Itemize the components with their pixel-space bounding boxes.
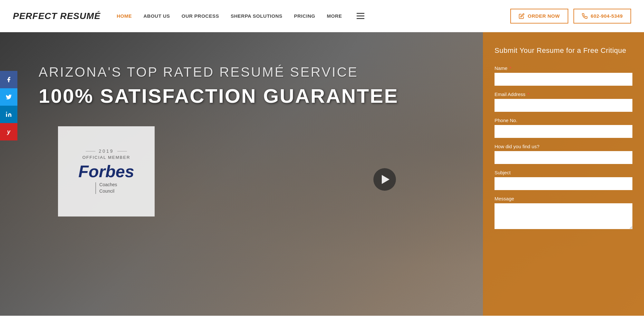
order-now-label: ORDER NOW xyxy=(528,13,560,19)
name-field-group: Name * xyxy=(495,65,632,86)
email-label: Email Address * xyxy=(495,91,632,97)
linkedin-button[interactable] xyxy=(0,106,17,123)
name-label: Name * xyxy=(495,65,632,71)
phone-icon xyxy=(582,13,588,19)
forbes-sub1: Coaches xyxy=(99,182,117,187)
forbes-subtitle: Coaches Council xyxy=(95,182,117,194)
forbes-name: Forbes xyxy=(78,163,134,180)
logo-text: PERFECT RESUMÉ xyxy=(13,11,101,21)
order-now-button[interactable]: ORDER NOW xyxy=(510,9,568,24)
nav-more[interactable]: MORE xyxy=(327,13,342,19)
message-label: Message xyxy=(495,196,632,201)
message-textarea[interactable] xyxy=(495,203,632,229)
facebook-button[interactable] xyxy=(0,71,17,88)
source-input[interactable] xyxy=(495,151,632,164)
form-title: Submit Your Resume for a Free Critique xyxy=(495,45,632,56)
phone-button[interactable]: 602-904-5349 xyxy=(573,9,631,24)
yelp-button[interactable]: y xyxy=(0,123,17,140)
message-label-text: Message xyxy=(495,196,514,201)
svg-rect-0 xyxy=(6,114,7,117)
phone-field-group: Phone No. xyxy=(495,118,632,138)
forbes-divider xyxy=(95,182,96,194)
subject-input[interactable] xyxy=(495,177,632,190)
name-label-text: Name xyxy=(495,65,507,71)
nav-about[interactable]: ABOUT US xyxy=(143,13,170,19)
forbes-label: OFFICIAL MEMBER xyxy=(82,155,130,160)
nav-sherpa[interactable]: SHERPA SOLUTIONS xyxy=(231,13,283,19)
phone-input[interactable] xyxy=(495,125,632,138)
hamburger-line-3 xyxy=(357,18,364,19)
source-field-group: How did you find us? xyxy=(495,144,632,164)
hero-title: 100% SATISFACTION GUARANTEE xyxy=(39,85,457,107)
form-panel: Submit Your Resume for a Free Critique N… xyxy=(483,32,644,316)
subject-field-group: Subject xyxy=(495,170,632,190)
forbes-badge: 2019 OFFICIAL MEMBER Forbes Coaches Coun… xyxy=(58,126,155,216)
hamburger-menu[interactable] xyxy=(357,13,364,19)
nav-pricing[interactable]: PRICING xyxy=(294,13,315,19)
phone-label: 602-904-5349 xyxy=(591,13,623,19)
header-buttons: ORDER NOW 602-904-5349 xyxy=(510,9,631,24)
hero-tagline: ARIZONA'S TOP RATED RESUMÉ SERVICE xyxy=(39,64,457,80)
email-field-group: Email Address * xyxy=(495,91,632,112)
header: PERFECT RESUMÉ HOME ABOUT US OUR PROCESS… xyxy=(0,0,644,32)
facebook-icon xyxy=(5,76,12,83)
email-required: * xyxy=(527,91,529,97)
navigation: HOME ABOUT US OUR PROCESS SHERPA SOLUTIO… xyxy=(117,13,510,19)
message-field-group: Message xyxy=(495,196,632,230)
nav-home[interactable]: HOME xyxy=(117,13,132,19)
subject-label: Subject xyxy=(495,170,632,175)
hero-section: y ARIZONA'S TOP RATED RESUMÉ SERVICE 100… xyxy=(0,32,644,316)
name-input[interactable] xyxy=(495,73,632,86)
forbes-sub2: Council xyxy=(99,188,114,194)
nav-process[interactable]: OUR PROCESS xyxy=(182,13,219,19)
critique-form: Name * Email Address * Phone No. xyxy=(495,65,632,230)
linkedin-icon xyxy=(5,111,12,118)
twitter-icon xyxy=(5,94,12,100)
social-sidebar: y xyxy=(0,71,17,140)
email-input[interactable] xyxy=(495,99,632,112)
logo[interactable]: PERFECT RESUMÉ xyxy=(13,11,101,21)
email-label-text: Email Address xyxy=(495,91,525,97)
svg-point-1 xyxy=(6,112,7,113)
hamburger-line-1 xyxy=(357,13,364,14)
forbes-year-text: 2019 xyxy=(99,149,114,154)
source-label-text: How did you find us? xyxy=(495,144,539,149)
name-required: * xyxy=(509,65,511,71)
yelp-icon: y xyxy=(7,129,10,135)
phone-label: Phone No. xyxy=(495,118,632,123)
phone-label-text: Phone No. xyxy=(495,118,517,123)
edit-icon xyxy=(519,13,524,19)
subject-label-text: Subject xyxy=(495,170,511,175)
forbes-coaches: Coaches Council xyxy=(99,182,117,194)
play-icon xyxy=(382,175,389,184)
twitter-button[interactable] xyxy=(0,88,17,106)
hero-content: ARIZONA'S TOP RATED RESUMÉ SERVICE 100% … xyxy=(0,32,483,316)
source-label: How did you find us? xyxy=(495,144,632,149)
hamburger-line-2 xyxy=(357,15,364,16)
hero-left: ARIZONA'S TOP RATED RESUMÉ SERVICE 100% … xyxy=(39,52,457,216)
forbes-year: 2019 xyxy=(86,149,127,154)
